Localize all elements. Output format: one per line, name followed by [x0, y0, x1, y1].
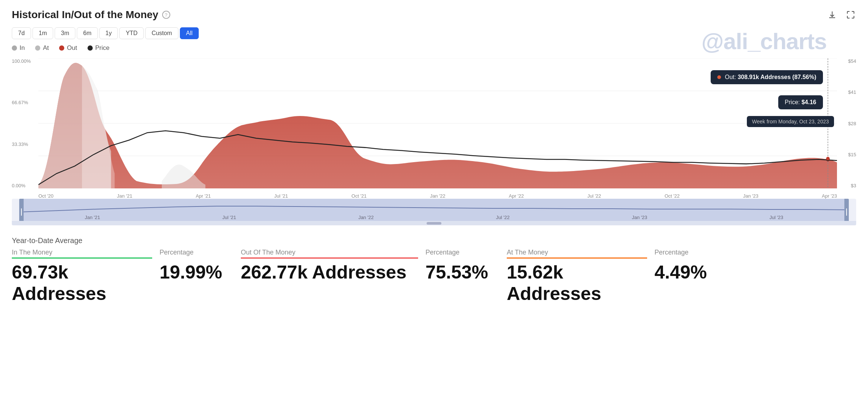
x-axis: Oct '20 Jan '21 Apr '21 Jul '21 Oct '21 … [38, 193, 837, 199]
stats-out-pct-header-label: Percentage [426, 249, 459, 256]
legend-out-dot [59, 45, 64, 51]
filter-custom[interactable]: Custom [145, 27, 178, 39]
stats-in-pct-header-label: Percentage [160, 249, 194, 256]
stats-at-pct: 4.49% [655, 262, 707, 283]
main-chart: 100.00% 66.67% 33.33% 0.00% $54 $41 $28 … [12, 58, 856, 199]
stats-year-label: Year-to-Date Average [12, 236, 856, 245]
stats-in-pct-block: 19.99% [160, 262, 233, 283]
stats-in-label: In The Money [12, 249, 52, 256]
legend-at: At [35, 44, 49, 52]
stats-out-label: Out Of The Money [241, 249, 295, 256]
legend-out: Out [59, 44, 77, 52]
y-axis-right: $54 $41 $28 $15 $3 [837, 58, 856, 199]
legend-price: Price [88, 44, 110, 52]
filter-6m[interactable]: 6m [77, 27, 98, 39]
tooltip-out-label: Out: [725, 74, 738, 80]
tooltip-out-value: 308.91k Addresses (87.56%) [738, 74, 816, 80]
y-axis-left: 100.00% 66.67% 33.33% 0.00% [12, 58, 38, 199]
expand-button[interactable] [845, 9, 856, 20]
legend-at-dot [35, 45, 40, 51]
stats-out-pct: 75.53% [426, 262, 488, 283]
legend-price-dot [88, 45, 93, 51]
svg-point-7 [826, 157, 830, 161]
tooltip-week: Week from Monday, Oct 23, 2023 [747, 116, 834, 127]
tooltip-week-value: Week from Monday, Oct 23, 2023 [752, 119, 829, 124]
navigator-x-labels: Jan '21 Jul '21 Jan '22 Jul '22 Jan '23 … [24, 215, 844, 220]
tooltip-price-value: $4.16 [802, 99, 816, 105]
tooltip-out-dot [717, 75, 721, 79]
stats-section: Year-to-Date Average In The Money Percen… [12, 236, 856, 304]
stats-at-pct-header: Percentage [655, 249, 728, 259]
filter-1y[interactable]: 1y [99, 27, 118, 39]
stats-in-pct-header: Percentage [160, 249, 233, 259]
tooltip-out: Out: 308.91k Addresses (87.56%) [711, 70, 823, 84]
chart-navigator[interactable]: Jan '21 Jul '21 Jan '22 Jul '22 Jan '23 … [12, 199, 856, 225]
download-button[interactable] [827, 9, 838, 20]
tooltip-price-label: Price: [785, 99, 802, 105]
legend-in-label: In [20, 44, 25, 52]
stats-in-header: In The Money [12, 249, 152, 259]
legend-price-label: Price [95, 44, 110, 52]
stats-out-pct-header: Percentage [426, 249, 499, 259]
stats-out-value-block: 262.77k Addresses [241, 262, 418, 283]
help-icon[interactable]: ? [162, 11, 170, 19]
stats-in-underline [12, 257, 152, 259]
stats-at-value-block: 15.62k Addresses [507, 262, 647, 304]
stats-in-pct: 19.99% [160, 262, 222, 283]
filter-1m[interactable]: 1m [33, 27, 53, 39]
stats-at-underline [507, 257, 647, 259]
header-row: Historical In/Out of the Money ? [12, 9, 856, 21]
stats-out-pct-block: 75.53% [426, 262, 499, 283]
stats-at-pct-block: 4.49% [655, 262, 728, 283]
navigator-scrollbar[interactable] [12, 221, 856, 225]
filter-3m[interactable]: 3m [55, 27, 75, 39]
stats-at-header: At The Money [507, 249, 647, 259]
filter-ytd[interactable]: YTD [119, 27, 144, 39]
stats-at-label: At The Money [507, 249, 548, 256]
stats-out-underline [241, 257, 418, 259]
navigator-scroll-thumb [427, 222, 441, 225]
legend-out-label: Out [67, 44, 77, 52]
header-actions [827, 9, 856, 20]
filter-all[interactable]: All [180, 27, 199, 39]
header-left: Historical In/Out of the Money ? [12, 9, 170, 21]
tooltip-price: Price: $4.16 [778, 95, 823, 109]
stats-in-value: 69.73k Addresses [12, 262, 106, 304]
stats-out-value: 262.77k Addresses [241, 262, 406, 283]
stats-at-pct-header-label: Percentage [655, 249, 688, 256]
stats-out-header: Out Of The Money [241, 249, 418, 259]
stats-in-value-block: 69.73k Addresses [12, 262, 152, 304]
stats-at-value: 15.62k Addresses [507, 262, 601, 304]
page-title: Historical In/Out of the Money [12, 9, 158, 21]
legend-in-dot [12, 45, 17, 51]
watermark: @ali_charts [701, 28, 827, 54]
legend-in: In [12, 44, 25, 52]
legend-at-label: At [43, 44, 49, 52]
filter-7d[interactable]: 7d [12, 27, 31, 39]
